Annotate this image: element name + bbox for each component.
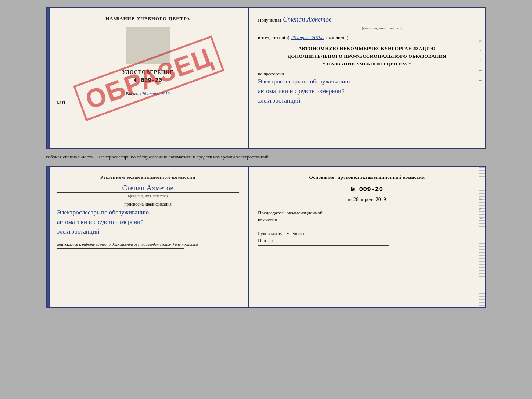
head-block: Руководитель учебного Центра bbox=[258, 231, 476, 246]
chairman-block: Председатель экзаменационной комиссии bbox=[258, 210, 476, 225]
allowed-text: допускается к работе согласно должностны… bbox=[57, 242, 239, 246]
chairman-label-2: комиссии bbox=[258, 217, 476, 223]
profession-line2: автоматики и средств измерений bbox=[258, 88, 476, 96]
allowed-value: работе согласно должностным (производств… bbox=[82, 242, 198, 246]
fio-label-top: (фамилия, имя, отчество) bbox=[287, 26, 476, 30]
org-text: АВТОНОМНУЮ НЕКОММЕРЧЕСКУЮ ОРГАНИЗАЦИЮ ДО… bbox=[258, 45, 476, 68]
book-edge-decoration bbox=[479, 167, 485, 307]
completion-date: 26 апреля 2019г. bbox=[291, 35, 324, 40]
book-spine-bottom bbox=[47, 167, 50, 307]
profession-label: по профессии bbox=[258, 71, 476, 77]
from-label: от bbox=[348, 197, 352, 202]
commission-title: Решением экзаменационной комиссии bbox=[57, 174, 239, 180]
top-book-spread: НАЗВАНИЕ УЧЕБНОГО ЦЕНТРА УДОСТОВЕРЕНИЕ №… bbox=[46, 7, 486, 149]
cert-school-name: НАЗВАНИЕ УЧЕБНОГО ЦЕНТРА bbox=[57, 16, 239, 22]
profession-line3: электростанций bbox=[258, 97, 476, 105]
side-marks-top: и а ← – – – – bbox=[479, 38, 484, 102]
book-spine-top bbox=[47, 8, 50, 148]
recipient-name: Степан Ахметов bbox=[283, 16, 332, 24]
head-label-1: Руководитель учебного bbox=[258, 231, 476, 236]
received-line: Получил(а) Степан Ахметов – bbox=[258, 16, 476, 24]
received-label: Получил(а) bbox=[258, 17, 281, 23]
protocol-date: от 26 апреля 2019 bbox=[258, 197, 476, 203]
head-label-2: Центра bbox=[258, 238, 476, 243]
mp-label: М.П. bbox=[57, 100, 239, 106]
chairman-signature-line bbox=[258, 225, 389, 225]
protocol-date-value: 26 апреля 2019 bbox=[353, 197, 386, 202]
issued-date-value: 26 апреля 2019 bbox=[142, 91, 170, 96]
document-container: НАЗВАНИЕ УЧЕБНОГО ЦЕНТРА УДОСТОВЕРЕНИЕ №… bbox=[7, 7, 525, 308]
cert-type-label: УДОСТОВЕРЕНИЕ bbox=[57, 70, 239, 75]
profession-line1: Электрослесарь по обслуживанию bbox=[258, 78, 476, 86]
cert-issued-date: Выдано 26 апреля 2019 bbox=[57, 91, 239, 97]
bottom-book-spread: Решением экзаменационной комиссии Степан… bbox=[46, 166, 486, 308]
org-name: " НАЗВАНИЕ УЧЕБНОГО ЦЕНТРА " bbox=[258, 60, 476, 68]
bottom-right-page: Основание: протокол экзаменационной коми… bbox=[249, 167, 485, 307]
cert-number: № 009-20 bbox=[57, 77, 239, 84]
finished-label: окончил(а) bbox=[326, 35, 348, 40]
in-that-label: в том, что он(а) bbox=[258, 35, 290, 40]
in-that-line: в том, что он(а) 26 апреля 2019г. окончи… bbox=[258, 35, 476, 40]
qualification-line1: Электрослесарь по обслуживанию bbox=[57, 209, 239, 217]
qualification-line2: автоматики и средств измерений bbox=[57, 218, 239, 227]
top-right-page: Получил(а) Степан Ахметов – (фамилия, им… bbox=[249, 8, 485, 148]
org-line2: ДОПОЛНИТЕЛЬНОГО ПРОФЕССИОНАЛЬНОГО ОБРАЗО… bbox=[258, 53, 476, 60]
org-line1: АВТОНОМНУЮ НЕКОММЕРЧЕСКУЮ ОРГАНИЗАЦИЮ bbox=[258, 45, 476, 53]
basis-title: Основание: протокол экзаменационной коми… bbox=[258, 174, 476, 180]
qualification-line3: электростанций bbox=[57, 228, 239, 236]
photo-placeholder bbox=[126, 27, 170, 64]
issued-label: Выдано bbox=[126, 91, 141, 96]
top-left-page: НАЗВАНИЕ УЧЕБНОГО ЦЕНТРА УДОСТОВЕРЕНИЕ №… bbox=[50, 8, 249, 148]
specialty-text: Рабочая специальность - Электрослесарь п… bbox=[46, 152, 486, 162]
assigned-label: присвоена квалификация bbox=[57, 202, 239, 207]
commission-name: Степан Ахметов bbox=[57, 184, 239, 193]
bottom-left-page: Решением экзаменационной комиссии Степан… bbox=[50, 167, 249, 307]
fio-label-bottom: (фамилия, имя, отчество) bbox=[57, 194, 239, 198]
dash1: – bbox=[334, 17, 336, 23]
chairman-label-1: Председатель экзаменационной bbox=[258, 210, 476, 216]
allowed-label: допускается к bbox=[57, 242, 81, 246]
head-signature-line bbox=[258, 245, 389, 246]
protocol-number: № 009-20 bbox=[258, 186, 476, 193]
